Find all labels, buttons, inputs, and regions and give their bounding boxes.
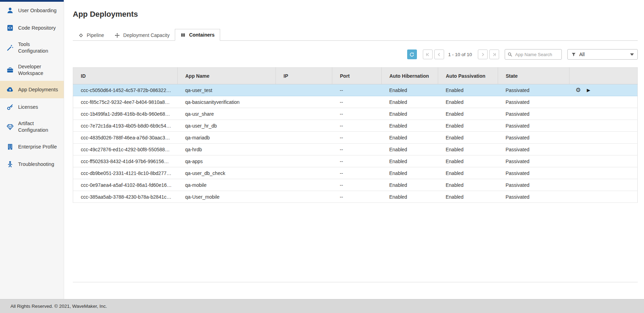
cell-id: ccc-7e72c1da-4193-4b05-b8d0-6b9c54… [73,120,178,132]
cell-state: Passivated [498,179,569,191]
column-header-id: ID [73,68,178,84]
sidebar-item-tools-configuration[interactable]: Tools Configuration [0,37,64,59]
first-page-icon [425,52,430,57]
sidebar-item-developer-workspace[interactable]: Developer Workspace [0,59,64,81]
cell-auto-passivation: Enabled [438,108,498,120]
table-row[interactable]: ccc-db9be051-2331-4121-8c10-8bd277…qa-us… [73,167,638,179]
deployments-icon [6,85,14,94]
settings-gear-icon[interactable]: ⚙ [576,86,581,94]
sidebar: User Onboarding Code Repository Tools Co… [0,0,64,299]
cell-auto-hibernation: Enabled [382,108,438,120]
cell-auto-passivation: Enabled [438,191,498,203]
tab-containers[interactable]: Containers [175,29,220,41]
tab-pipeline[interactable]: Pipeline [73,30,109,41]
cell-app-name: qa-usr_share [178,108,276,120]
table-row[interactable]: ccc-7e72c1da-4193-4b05-b8d0-6b9c54…qa-us… [73,120,638,132]
troubleshooting-icon [6,160,14,168]
pagination-status: 1 - 10 of 10 [448,52,472,57]
cell-auto-hibernation: Enabled [382,179,438,191]
column-header-actions [569,68,638,84]
licenses-icon [6,103,14,111]
sidebar-item-code-repository[interactable]: Code Repository [0,19,64,37]
sidebar-item-enterprise-profile[interactable]: Enterprise Profile [0,138,64,155]
cell-port: -- [332,132,382,144]
cell-port: -- [332,120,382,132]
cell-ip [276,120,332,132]
cell-state: Passivated [498,191,569,203]
cell-ip [276,191,332,203]
cell-port: -- [332,155,382,167]
sidebar-item-app-deployments[interactable]: App Deployments [0,81,64,98]
last-page-button[interactable] [489,49,499,59]
table-row[interactable]: ccc-c5050d64-1452-4c57-872b-086322…qa-us… [73,84,638,96]
table-row[interactable]: ccc-1b499fa1-2d98-416b-8c4b-960e68…qa-us… [73,108,638,120]
cell-port: -- [332,191,382,203]
cell-state: Passivated [498,144,569,155]
sidebar-nav: User Onboarding Code Repository Tools Co… [0,2,64,173]
cell-port: -- [332,84,382,96]
cell-state: Passivated [498,108,569,120]
refresh-icon [409,52,414,57]
sidebar-item-licenses[interactable]: Licenses [0,98,64,116]
cell-auto-passivation: Enabled [438,179,498,191]
app-name-search [505,49,562,60]
chevron-down-icon [630,53,634,56]
cell-auto-hibernation: Enabled [382,191,438,203]
containers-icon [180,32,186,38]
cell-id: ccc-385aa5ab-3788-4230-b78a-b2841c… [73,191,178,203]
cell-auto-hibernation: Enabled [382,155,438,167]
next-page-button[interactable] [478,49,488,59]
cell-id: ccc-4835d026-788f-46ea-a76d-30aac3… [73,132,178,144]
first-page-button[interactable] [423,49,433,59]
sidebar-item-artifact-configuration[interactable]: Artifact Configuration [0,116,64,138]
refresh-button[interactable] [407,49,417,59]
prev-page-button[interactable] [434,49,444,59]
cell-auto-passivation: Enabled [438,84,498,96]
column-header-auto-hibernation: Auto Hibernation [382,68,438,84]
cell-app-name: qa-user_test [178,84,276,96]
cell-app-name: qa-user_hr_db [178,120,276,132]
page-title: App Deployments [73,10,638,19]
tab-deployment-capacity[interactable]: Deployment Capacity [109,30,175,41]
table-row[interactable]: ccc-4835d026-788f-46ea-a76d-30aac3…qa-ma… [73,132,638,144]
cell-actions [569,144,638,155]
sidebar-item-user-onboarding[interactable]: User Onboarding [0,2,64,19]
table-row[interactable]: ccc-49c27876-ed1c-4292-b0f8-550588…qa-hr… [73,144,638,155]
cell-app-name: qa-user_db_check [178,167,276,179]
prev-page-icon [437,52,441,57]
pipeline-icon [78,32,84,38]
sidebar-item-troubleshooting[interactable]: Troubleshooting [0,155,64,173]
cell-state: Passivated [498,120,569,132]
cell-id: ccc-ff502633-8432-41d4-97b6-996156… [73,155,178,167]
cell-actions [569,155,638,167]
cell-ip [276,144,332,155]
table-row[interactable]: ccc-385aa5ab-3788-4230-b78a-b2841c…qa-Us… [73,191,638,203]
cell-id: ccc-f85c75c2-9232-4ee7-b404-9810a8… [73,96,178,108]
app-root: User Onboarding Code Repository Tools Co… [0,0,644,299]
cell-app-name: qa-mobile [178,179,276,191]
workspace-icon [6,66,14,74]
table-row[interactable]: ccc-0e97aea4-a5af-4102-86a1-fd60e16…qa-m… [73,179,638,191]
cell-ip [276,179,332,191]
cell-auto-passivation: Enabled [438,144,498,155]
cell-actions [569,96,638,108]
cell-auto-hibernation: Enabled [382,120,438,132]
cell-actions [569,108,638,120]
cell-actions [569,132,638,144]
cell-app-name: qa-User_mobile [178,191,276,203]
run-play-icon[interactable]: ▶ [587,87,590,93]
table-row[interactable]: ccc-ff502633-8432-41d4-97b6-996156…qa-ap… [73,155,638,167]
column-header-ip: IP [276,68,332,84]
cell-auto-hibernation: Enabled [382,132,438,144]
containers-table: IDApp NameIPPortAuto HibernationAuto Pas… [73,67,638,203]
cell-ip [276,96,332,108]
funnel-icon [571,52,576,57]
state-filter-select[interactable]: All [567,49,638,60]
search-input[interactable] [514,52,559,58]
cell-app-name: qa-apps [178,155,276,167]
table-body: ccc-c5050d64-1452-4c57-872b-086322…qa-us… [73,84,638,203]
cell-ip [276,167,332,179]
cell-id: ccc-c5050d64-1452-4c57-872b-086322… [73,84,178,96]
table-row[interactable]: ccc-f85c75c2-9232-4ee7-b404-9810a8…qa-ba… [73,96,638,108]
cell-auto-hibernation: Enabled [382,144,438,155]
